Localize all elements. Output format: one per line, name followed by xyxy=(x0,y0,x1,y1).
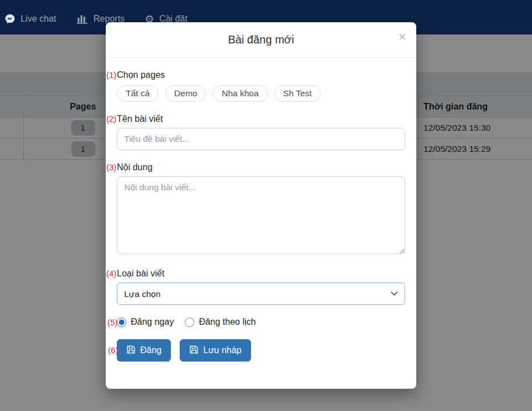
actions-group: (6) Đăng xyxy=(117,339,405,362)
radio-post-scheduled-label: Đăng theo lịch xyxy=(199,317,255,327)
radio-post-now-label: Đăng ngay xyxy=(131,317,174,327)
choose-pages-label: Chọn pages xyxy=(117,70,405,80)
page-pill-sh-test[interactable]: Sh Test xyxy=(274,85,321,102)
post-title-group: (2) Tên bài viết xyxy=(117,114,405,150)
publish-button[interactable]: Đăng xyxy=(117,339,171,362)
nav-item-live-chat[interactable]: Live chat xyxy=(4,13,56,24)
post-title-label: Tên bài viết xyxy=(117,114,405,124)
save-draft-button[interactable]: Lưu nháp xyxy=(180,339,251,362)
annotation-1: (1) xyxy=(106,70,116,80)
bar-chart-icon xyxy=(76,13,88,24)
page-pill-demo[interactable]: Demo xyxy=(165,85,206,102)
modal-title: Bài đăng mới xyxy=(228,33,294,46)
annotation-3: (3) xyxy=(106,162,116,172)
screen: Live chat Reports ⚙︎ Cài đặt xyxy=(0,0,532,411)
post-type-group: (4) Loại bài viết Lựa chọn xyxy=(117,269,405,305)
page-pills: Tất cả Demo Nha khoa Sh Test xyxy=(117,85,405,102)
modal-header: Bài đăng mới × xyxy=(106,22,416,58)
new-post-modal: Bài đăng mới × (1) Chọn pages Tất cả Dem… xyxy=(106,22,416,389)
radio-post-scheduled-input[interactable] xyxy=(185,318,194,327)
nav-item-label: Live chat xyxy=(21,14,56,24)
post-content-label: Nội dung xyxy=(117,162,405,172)
save-icon xyxy=(126,345,136,356)
radio-post-now[interactable]: Đăng ngay xyxy=(117,317,174,327)
modal-body: (1) Chọn pages Tất cả Demo Nha khoa Sh T… xyxy=(106,58,416,362)
annotation-5: (5) xyxy=(107,318,117,327)
save-icon xyxy=(189,345,199,356)
post-content-group: (3) Nội dung xyxy=(117,162,405,256)
post-type-select[interactable]: Lựa chọn xyxy=(117,283,405,305)
close-icon[interactable]: × xyxy=(398,30,406,43)
annotation-4: (4) xyxy=(106,269,116,278)
page-pill-nha-khoa[interactable]: Nha khoa xyxy=(213,85,267,102)
page-pill-all[interactable]: Tất cả xyxy=(117,85,159,102)
choose-pages-group: (1) Chọn pages Tất cả Demo Nha khoa Sh T… xyxy=(117,70,405,102)
messenger-icon xyxy=(4,13,16,24)
post-content-textarea[interactable] xyxy=(117,176,405,254)
post-type-label: Loại bài viết xyxy=(117,269,405,279)
post-title-input[interactable] xyxy=(117,128,405,150)
radio-post-now-input[interactable] xyxy=(117,318,126,327)
schedule-group: (5) Đăng ngay Đăng theo lịch xyxy=(117,317,405,327)
annotation-6: (6) xyxy=(108,345,118,355)
radio-post-scheduled[interactable]: Đăng theo lịch xyxy=(185,317,255,327)
annotation-2: (2) xyxy=(106,114,116,123)
